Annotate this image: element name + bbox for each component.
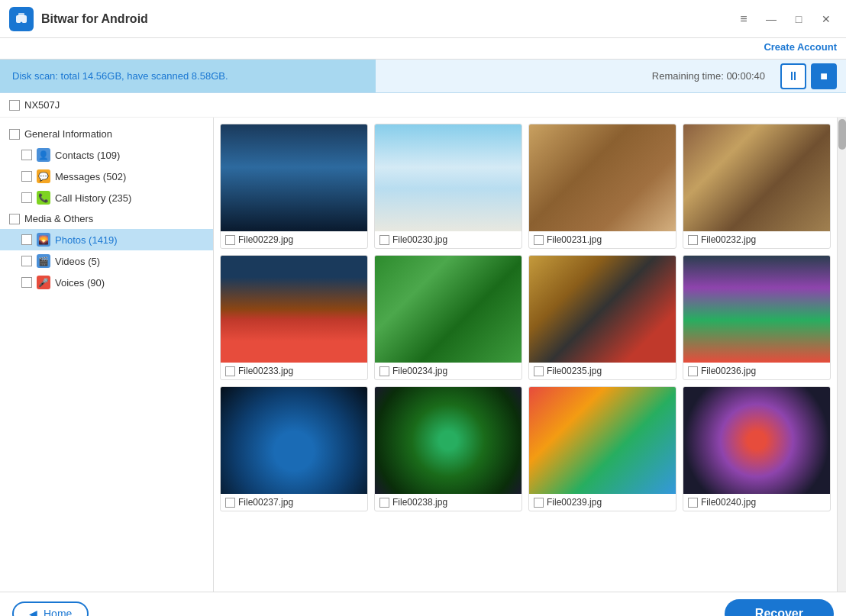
photo-filename-238: File00238.jpg [392, 497, 447, 508]
contacts-icon: 👤 [37, 148, 50, 162]
photo-label-239: File00239.jpg [529, 494, 676, 511]
photos-label: Photos (1419) [55, 234, 118, 246]
content-area: General Information 👤 Contacts (109) 💬 M… [0, 118, 846, 592]
photo-cell-236[interactable]: File00236.jpg [683, 255, 831, 380]
contacts-checkbox[interactable] [21, 150, 32, 160]
voices-checkbox[interactable] [21, 277, 32, 288]
sidebar-item-voices[interactable]: 🎤 Voices (90) [0, 272, 213, 293]
photo-cell-230[interactable]: File00230.jpg [374, 124, 522, 249]
photo-cell-233[interactable]: File00233.jpg [220, 255, 368, 380]
photo-grid: File00229.jpgFile00230.jpgFile00231.jpgF… [220, 124, 831, 511]
device-bar: NX507J [0, 93, 846, 118]
scrollbar[interactable] [837, 118, 846, 592]
photo-cell-237[interactable]: File00237.jpg [220, 386, 368, 511]
photos-icon: 🌄 [37, 233, 50, 247]
photo-checkbox-231[interactable] [534, 235, 544, 245]
photo-label-235: File00235.jpg [529, 363, 676, 379]
photo-cell-234[interactable]: File00234.jpg [374, 255, 522, 380]
sidebar-item-videos[interactable]: 🎬 Videos (5) [0, 250, 213, 272]
photo-label-229: File00229.jpg [221, 231, 367, 248]
photo-checkbox-237[interactable] [225, 498, 235, 508]
photo-checkbox-229[interactable] [225, 235, 235, 245]
videos-label: Videos (5) [55, 256, 100, 267]
photo-grid-container: File00229.jpgFile00230.jpgFile00231.jpgF… [214, 118, 837, 592]
callhistory-label: Call History (235) [55, 192, 131, 204]
scrollbar-thumb[interactable] [838, 119, 846, 150]
messages-icon: 💬 [37, 169, 50, 183]
scan-progress-area: Disk scan: total 14.56GB, have scanned 8… [0, 60, 637, 92]
photo-label-233: File00233.jpg [221, 363, 367, 379]
sidebar-item-contacts[interactable]: 👤 Contacts (109) [0, 144, 213, 166]
photo-checkbox-232[interactable] [688, 235, 698, 245]
photo-checkbox-238[interactable] [379, 498, 389, 508]
sidebar-item-messages[interactable]: 💬 Messages (502) [0, 166, 213, 187]
photo-checkbox-230[interactable] [379, 235, 389, 245]
svg-rect-1 [18, 13, 24, 16]
home-button[interactable]: ◀ Home [12, 601, 89, 617]
device-checkbox-box[interactable] [9, 100, 20, 111]
app-title: Bitwar for Android [41, 12, 733, 26]
sidebar-item-callhistory[interactable]: 📞 Call History (235) [0, 187, 213, 208]
photo-cell-239[interactable]: File00239.jpg [528, 386, 676, 511]
photo-cell-240[interactable]: File00240.jpg [683, 386, 831, 511]
photo-filename-233: File00233.jpg [238, 366, 293, 376]
minimize-button[interactable]: — [760, 8, 782, 30]
media-checkbox[interactable] [9, 214, 20, 224]
videos-checkbox[interactable] [21, 256, 32, 266]
messages-checkbox[interactable] [21, 171, 32, 182]
general-section-label: General Information [0, 124, 213, 144]
photo-checkbox-239[interactable] [534, 498, 544, 508]
photo-thumb-232 [683, 124, 830, 231]
sidebar-item-photos[interactable]: 🌄 Photos (1419) [0, 229, 213, 250]
title-bar: Bitwar for Android ≡ — □ ✕ [0, 0, 846, 38]
photo-checkbox-234[interactable] [379, 366, 389, 376]
media-label: Media & Others [24, 213, 93, 224]
photo-thumb-234 [375, 256, 521, 363]
photo-label-234: File00234.jpg [375, 363, 521, 379]
photo-cell-238[interactable]: File00238.jpg [374, 386, 522, 511]
photo-cell-229[interactable]: File00229.jpg [220, 124, 368, 249]
voices-icon: 🎤 [37, 276, 50, 289]
device-checkbox[interactable]: NX507J [9, 99, 837, 111]
close-button[interactable]: ✕ [815, 8, 837, 30]
photo-checkbox-235[interactable] [534, 366, 544, 376]
sidebar: General Information 👤 Contacts (109) 💬 M… [0, 118, 214, 592]
main-content: NX507J General Information 👤 Contacts (1… [0, 93, 846, 592]
photo-checkbox-233[interactable] [225, 366, 235, 376]
contacts-label: Contacts (109) [55, 150, 120, 161]
photo-checkbox-236[interactable] [688, 366, 698, 376]
messages-label: Messages (502) [55, 171, 126, 182]
photo-filename-232: File00232.jpg [701, 234, 756, 245]
app-icon [9, 7, 34, 31]
photo-filename-230: File00230.jpg [392, 234, 447, 245]
callhistory-checkbox[interactable] [21, 192, 32, 203]
photo-label-238: File00238.jpg [375, 494, 521, 511]
remaining-time: Remaining time: 00:00:40 [637, 70, 780, 82]
photo-cell-231[interactable]: File00231.jpg [528, 124, 676, 249]
photos-checkbox[interactable] [21, 234, 32, 245]
maximize-button[interactable]: □ [788, 8, 809, 30]
photo-thumb-240 [683, 387, 830, 494]
photo-label-236: File00236.jpg [683, 363, 830, 379]
window-controls: ≡ — □ ✕ [733, 8, 837, 30]
stop-button[interactable]: ■ [811, 63, 837, 89]
photo-filename-235: File00235.jpg [547, 366, 602, 376]
home-label: Home [44, 608, 72, 617]
bottom-bar: ◀ Home Recover [0, 592, 846, 616]
home-arrow-icon: ◀ [29, 608, 37, 617]
general-checkbox[interactable] [9, 129, 20, 140]
photo-cell-232[interactable]: File00232.jpg [683, 124, 831, 249]
photo-checkbox-240[interactable] [688, 498, 698, 508]
menu-button[interactable]: ≡ [733, 8, 754, 30]
photo-thumb-239 [529, 387, 676, 494]
photo-thumb-236 [683, 256, 830, 363]
create-account-link[interactable]: Create Account [764, 41, 837, 53]
photo-thumb-229 [221, 124, 367, 231]
recover-button[interactable]: Recover [725, 599, 834, 617]
photo-filename-234: File00234.jpg [392, 366, 447, 376]
pause-button[interactable]: ⏸ [780, 63, 806, 89]
account-bar: Create Account [0, 38, 846, 60]
photo-thumb-237 [221, 387, 367, 494]
photo-cell-235[interactable]: File00235.jpg [528, 255, 676, 380]
general-label: General Information [24, 128, 112, 140]
